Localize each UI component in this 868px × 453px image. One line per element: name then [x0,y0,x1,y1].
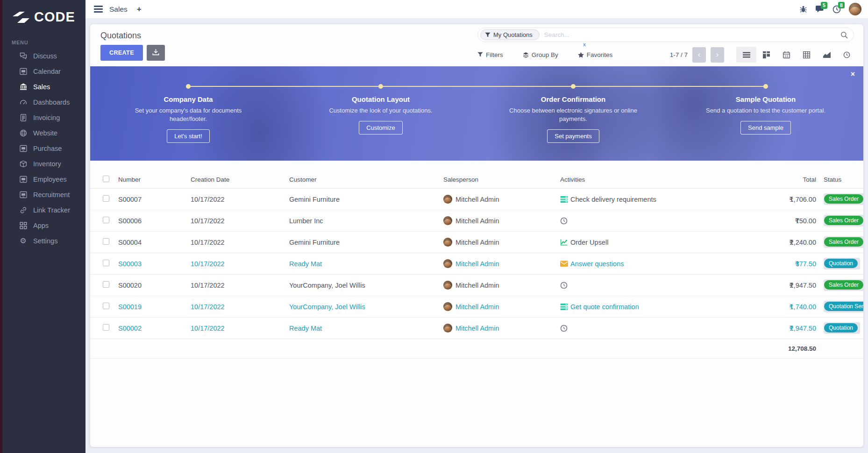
kanban-view-button[interactable] [756,47,776,63]
row-checkbox[interactable] [103,217,109,223]
create-button[interactable]: CREATE [100,45,143,61]
row-creation-date: 10/17/2022 [191,325,289,332]
sidebar-item-settings[interactable]: ⚙ Settings [2,233,85,248]
favorites-button[interactable]: Favorites [578,51,613,58]
sidebar-item-inventory[interactable]: Inventory [2,156,85,171]
table-row[interactable]: S00007 10/17/2022 Gemini Furniture Mitch… [90,189,863,210]
export-button[interactable] [147,45,165,61]
row-customer: Gemini Furniture [289,239,443,246]
table-row[interactable]: S00019 10/17/2022 YourCompany, Joel Will… [90,296,863,318]
brand-logo[interactable]: CODE [2,0,85,25]
app-root: CODE MENU Discuss Calendar Sales Dashboa… [0,0,868,453]
search-facet-label: My Quotations [493,31,533,38]
activity-label: Order Upsell [570,239,608,246]
group-by-button[interactable]: Group By [523,51,558,58]
hamburger-menu-icon[interactable] [94,6,103,13]
lets-start-button[interactable]: Let's start! [167,129,210,143]
search-icon[interactable] [840,31,848,39]
customize-button[interactable]: Customize [359,121,402,134]
list-view-button[interactable] [736,47,756,63]
salesperson-avatar [443,238,452,247]
sidebar-item-apps[interactable]: Apps [2,218,85,233]
sidebar-item-employees[interactable]: Employees [2,171,85,187]
table-row[interactable]: S00006 10/17/2022 Lumber Inc Mitchell Ad… [90,210,863,232]
employees-icon [19,175,27,183]
pivot-view-button[interactable] [797,47,817,63]
status-badge: Sales Order [824,236,863,248]
calendar-view-button[interactable] [776,47,797,63]
activity-label: Get quote confirmation [570,303,639,311]
banner-close-icon[interactable]: × [851,70,855,78]
row-activity[interactable] [560,282,728,289]
search-bar: My Quotations x [477,28,854,42]
brand-name: CODE [34,9,75,25]
control-panel-tools: Filters Group By Favorites 1-7 / 7 ‹ › [477,47,857,63]
status-badge: Sales Order [824,279,863,291]
messages-icon[interactable]: 5 [815,5,825,13]
filters-button[interactable]: Filters [477,51,503,58]
onboarding-step-company-data: Company Data Set your company's data for… [118,95,258,143]
pager-prev-button[interactable]: ‹ [692,47,706,63]
debug-bug-icon[interactable] [799,5,807,13]
row-checkbox[interactable] [103,195,109,202]
row-checkbox[interactable] [103,324,109,331]
sidebar-item-calendar[interactable]: Calendar [2,64,85,79]
row-checkbox[interactable] [103,238,109,245]
row-creation-date: 10/17/2022 [191,239,289,246]
sidebar-item-website[interactable]: Website [2,125,85,141]
sidebar-item-invoicing[interactable]: Invoicing [2,110,85,125]
sidebar-item-link-tracker[interactable]: Link Tracker [2,202,85,218]
topbar: Sales + 5 8 [85,0,868,18]
topbar-app-name[interactable]: Sales [109,5,128,14]
table-row[interactable]: S00020 10/17/2022 YourCompany, Joel Will… [90,275,863,296]
messages-count-badge: 5 [821,2,827,9]
column-header-total[interactable]: Total [728,176,817,183]
set-payments-button[interactable]: Set payments [547,129,599,143]
row-customer: YourCompany, Joel Willis [289,303,443,311]
salesperson-avatar [443,195,452,204]
graph-view-button[interactable] [817,47,837,63]
row-checkbox[interactable] [103,281,109,288]
quotations-table: Number Creation Date Customer Salesperso… [90,171,863,359]
sidebar-item-recruitment[interactable]: Recruitment [2,187,85,202]
sidebar-item-purchase[interactable]: Purchase [2,141,85,156]
row-activity[interactable] [560,217,728,225]
column-header-creation-date[interactable]: Creation Date [191,176,289,183]
table-row[interactable]: S00004 10/17/2022 Gemini Furniture Mitch… [90,232,863,253]
pager-next-button[interactable]: › [711,47,724,63]
sidebar-item-dashboards[interactable]: Dashboards [2,94,85,110]
row-total: 2,947.50 [790,282,816,289]
sidebar-item-discuss[interactable]: Discuss [2,48,85,64]
column-header-status[interactable]: Status [817,176,863,183]
select-all-checkbox[interactable] [103,176,109,182]
row-checkbox[interactable] [103,260,109,266]
sidebar-item-sales[interactable]: Sales [2,79,85,94]
send-sample-button[interactable]: Send sample [740,121,791,134]
search-input[interactable] [540,31,840,38]
user-avatar[interactable] [849,3,861,15]
clock-icon [560,325,568,332]
row-activity[interactable]: Answer questions [560,260,728,268]
column-header-activities[interactable]: Activities [560,176,728,183]
row-number: S00007 [118,196,191,203]
content-card: Quotations CREATE My Quotations x [90,24,863,447]
table-row[interactable]: S00002 10/17/2022 Ready Mat Mitchell Adm… [90,318,863,339]
purchase-icon [19,144,27,152]
search-facet-my-quotations[interactable]: My Quotations [480,29,540,40]
new-tab-button[interactable]: + [137,5,142,14]
activity-view-button[interactable] [837,47,857,63]
row-activity[interactable] [560,325,728,332]
row-activity[interactable]: Get quote confirmation [560,303,728,311]
column-header-customer[interactable]: Customer [289,176,443,183]
row-salesperson: Mitchell Admin [455,282,499,289]
row-customer: YourCompany, Joel Willis [289,282,443,289]
column-header-number[interactable]: Number [118,176,191,183]
activities-clock-icon[interactable]: 8 [832,5,841,14]
row-salesperson: Mitchell Admin [455,239,499,246]
row-activity[interactable]: Order Upsell [560,239,728,246]
column-header-salesperson[interactable]: Salesperson [443,176,560,183]
row-checkbox[interactable] [103,303,109,309]
row-activity[interactable]: Check delivery requirements [560,196,728,203]
discuss-icon [19,52,27,60]
table-row[interactable]: S00003 10/17/2022 Ready Mat Mitchell Adm… [90,253,863,275]
